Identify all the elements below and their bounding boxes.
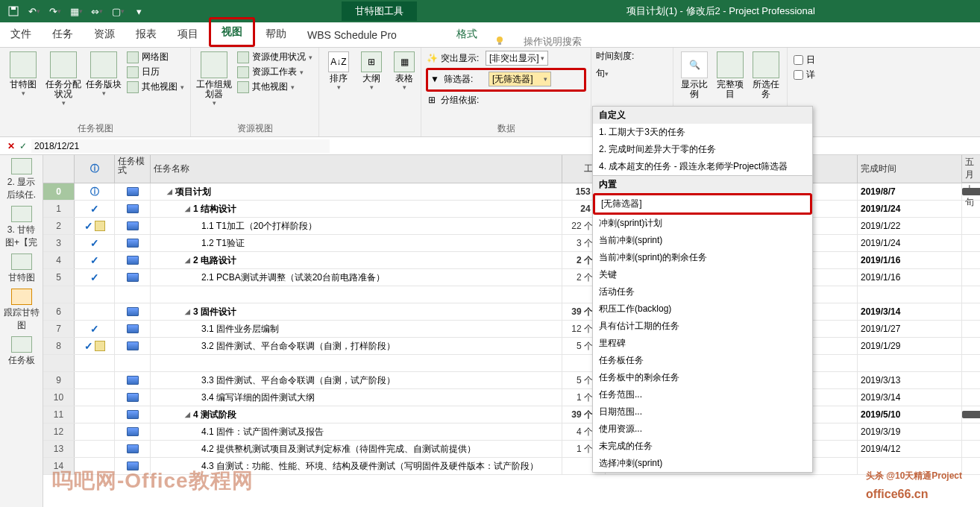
dd-builtin-item[interactable]: 关键	[593, 266, 812, 283]
table-row[interactable]: 7✓3.1 固件业务层编制12 个工2019/1/27	[43, 321, 980, 338]
table-row[interactable]: 134.2 提供整机测试项目及测试判定标准（待固件完成、自测试前提供）1 个工2…	[43, 441, 980, 458]
table-row[interactable]	[43, 355, 980, 372]
cell-name[interactable]: 2.1 PCBA测试并调整（试装20台前电路准备）	[151, 269, 562, 286]
tab-format[interactable]: 格式	[446, 22, 488, 47]
highlight-dropdown[interactable]: [非突出显示]▾	[486, 51, 548, 66]
dd-custom-item[interactable]: 4. 成本超支的任务 - 跟连永老师学Project筛选器	[593, 158, 812, 175]
row-number[interactable]: 14	[43, 458, 75, 474]
cell-name[interactable]: ◢3 固件设计	[151, 303, 562, 320]
cell-finish[interactable]: 2019/1/29	[858, 338, 962, 354]
cell-finish[interactable]: 2019/1/27	[858, 321, 962, 337]
cell-name[interactable]: 1.1 T1加工（20个打样阶段）	[151, 218, 562, 234]
table-row[interactable]: 2✓1.1 T1加工（20个打样阶段）22 个工2019/1/22	[43, 218, 980, 235]
task-usage-button[interactable]: 任务分配状况▾	[45, 50, 82, 107]
cell-name[interactable]: ◢1 结构设计	[151, 201, 562, 217]
row-number[interactable]: 11	[43, 406, 75, 423]
cell-name[interactable]: 4.2 提供整机测试项目及测试判定标准（待固件完成、自测试前提供）	[151, 441, 562, 457]
row-number[interactable]: 13	[43, 441, 75, 457]
cell-finish[interactable]: 2019/3/19	[858, 423, 962, 440]
table-row[interactable]: 1✓◢1 结构设计24 个2019/1/24	[43, 201, 980, 218]
dd-custom-item[interactable]: 1. 工期大于3天的任务	[593, 124, 812, 141]
resource-sheet-button[interactable]: 资源工作表 ▾	[236, 65, 314, 79]
dd-builtin-item[interactable]: 任务范围...	[593, 386, 812, 403]
cell-name[interactable]: ◢项目计划	[151, 183, 562, 200]
filter-dropdown[interactable]: [无筛选器]▾	[489, 72, 551, 86]
table-row[interactable]: 4✓◢2 电路设计2 个工2019/1/16	[43, 252, 980, 269]
cell-name[interactable]: 4.1 固件：试产固件测试及报告	[151, 423, 562, 440]
outline-button[interactable]: ⊞大纲▾	[356, 50, 386, 91]
cell-name[interactable]: 4.3 自测试：功能、性能、环境、结构及硬件测试（写明固件及硬件版本：试产阶段）	[151, 458, 562, 474]
tab-task[interactable]: 任务	[42, 22, 84, 47]
cell-name[interactable]: 1.2 T1验证	[151, 235, 562, 251]
dd-builtin-item[interactable]: 里程碑	[593, 335, 812, 352]
selected-tasks-button[interactable]: 所选任务	[750, 50, 782, 99]
viewbar-item-5[interactable]: 任务板	[4, 336, 40, 367]
cell-finish[interactable]: 2019/1/24	[858, 235, 962, 251]
dd-builtin-item[interactable]: 当前冲刺(sprint)	[593, 232, 812, 249]
cell-name[interactable]	[151, 286, 562, 303]
outline-toggle-icon[interactable]: ◢	[166, 188, 173, 195]
cell-name[interactable]: ◢2 电路设计	[151, 252, 562, 268]
tab-wbs[interactable]: WBS Schedule Pro	[297, 23, 407, 47]
row-number[interactable]: 7	[43, 321, 75, 337]
undo-button[interactable]: ↶ ▾	[25, 2, 43, 20]
tab-view[interactable]: 视图	[209, 17, 255, 47]
col-task-mode[interactable]: 任务模式	[115, 155, 151, 183]
other-res-views-button[interactable]: 其他视图 ▾	[236, 80, 314, 94]
entire-project-button[interactable]: 完整项目	[714, 50, 747, 99]
table-row[interactable]: 93.3 固件测试、平台命令联调（自测，试产阶段）5 个工2019/3/13	[43, 372, 980, 389]
timescale-dropdown[interactable]: 旬▾	[596, 67, 670, 80]
cell-finish[interactable]: 2019/4/12	[858, 441, 962, 457]
cancel-entry-button[interactable]: ✕	[7, 141, 15, 151]
cell-finish[interactable]: 2019/3/14	[858, 389, 962, 406]
dd-builtin-item[interactable]: 活动任务	[593, 283, 812, 300]
table-row[interactable]	[43, 286, 980, 303]
tab-help[interactable]: 帮助	[255, 22, 297, 47]
formula-input[interactable]	[31, 139, 330, 153]
qat-customize[interactable]: ▾	[130, 2, 148, 20]
dd-builtin-item[interactable]: 任务板任务	[593, 352, 812, 369]
row-number[interactable]	[43, 355, 75, 371]
task-board-button[interactable]: 任务版块▾	[85, 50, 122, 107]
table-row[interactable]: 0ⓘ◢项目计划153 个2019/8/7	[43, 183, 980, 201]
row-number[interactable]: 5	[43, 269, 75, 286]
select-all-corner[interactable]	[43, 155, 75, 183]
zoom-button[interactable]: 🔍显示比例	[678, 50, 711, 99]
table-row[interactable]: 3✓1.2 T1验证3 个工2019/1/24	[43, 235, 980, 252]
cell-finish[interactable]: 2019/1/22	[858, 218, 962, 234]
cell-finish[interactable]	[858, 355, 962, 371]
dd-builtin-item[interactable]: 具有估计工期的任务	[593, 318, 812, 335]
viewbar-item-3[interactable]: 甘特图	[4, 254, 40, 284]
viewbar-item-1[interactable]: 2. 显示后续任.	[4, 158, 40, 201]
row-number[interactable]: 9	[43, 372, 75, 388]
dd-builtin-item[interactable]: 未完成的任务	[593, 438, 812, 455]
row-number[interactable]: 3	[43, 235, 75, 251]
sort-button[interactable]: A↓Z排序▾	[324, 50, 354, 91]
table-row[interactable]: 6◢3 固件设计39 个工2019/3/14	[43, 303, 980, 321]
col-task-name[interactable]: 任务名称	[151, 155, 562, 183]
cell-finish[interactable]: 2019/3/13	[858, 372, 962, 388]
cell-finish[interactable]: 2019/3/14	[858, 303, 962, 320]
cell-finish[interactable]	[858, 286, 962, 303]
tab-resource[interactable]: 资源	[84, 22, 125, 47]
tables-button[interactable]: ▦表格▾	[389, 50, 419, 91]
redo-button[interactable]: ↷ ▾	[46, 2, 64, 20]
outline-toggle-icon[interactable]: ◢	[183, 308, 191, 315]
grid-body[interactable]: 0ⓘ◢项目计划153 个2019/8/71✓◢1 结构设计24 个2019/1/…	[43, 183, 980, 507]
table-row[interactable]: 11◢4 测试阶段39 个工2019/5/10	[43, 406, 980, 423]
cell-finish[interactable]	[858, 458, 962, 474]
resource-usage-button[interactable]: 资源使用状况 ▾	[236, 50, 314, 64]
qat-btn-2[interactable]: ⇔▾	[88, 2, 106, 20]
accept-entry-button[interactable]: ✓	[19, 141, 27, 151]
cell-name[interactable]: 3.4 编写详细的固件测试大纲	[151, 389, 562, 406]
dd-builtin-item[interactable]: 日期范围...	[593, 403, 812, 421]
row-number[interactable]: 2	[43, 218, 75, 234]
dd-builtin-item[interactable]: 选择冲刺(sprint)	[593, 455, 812, 472]
dd-builtin-item[interactable]: [无筛选器]	[593, 193, 812, 215]
cell-finish[interactable]: 2019/8/7	[858, 183, 962, 200]
viewbar-item-4[interactable]: 跟踪甘特图	[4, 289, 40, 332]
cell-name[interactable]	[151, 355, 562, 371]
network-diagram-button[interactable]: 网络图	[125, 50, 186, 64]
save-button[interactable]	[4, 2, 22, 20]
row-number[interactable]: 12	[43, 423, 75, 440]
